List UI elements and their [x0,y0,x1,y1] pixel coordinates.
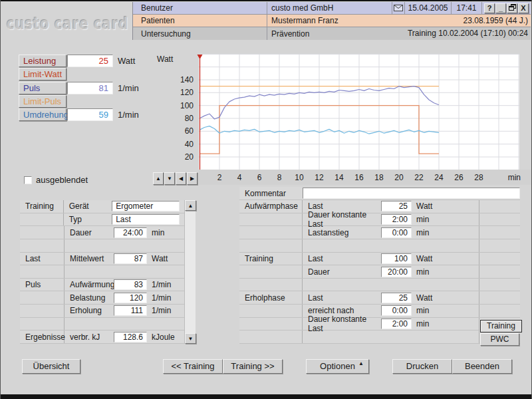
table-value-field[interactable]: Last [112,214,180,225]
restore-icon [509,4,516,11]
table-extra-cell [479,200,520,213]
table-unit-cell: Watt [412,254,479,263]
y-tick-label: 140 [180,75,194,84]
mail-cell[interactable] [392,2,404,14]
vitals-panel: Leistung25WattLimit-WattPuls811/minLimit… [19,55,152,174]
x-tick-label: 14 [334,173,344,182]
previous-training-button[interactable]: << Training [163,359,223,374]
table-row: Dauer20:00min [239,265,520,279]
x-tick-label: 6 [257,173,262,182]
table-value-field[interactable]: 87 [114,253,147,264]
table-group-cell [239,226,303,239]
y-tick-label: 40 [185,140,194,149]
chart-scroll-down-button[interactable]: ▼ [164,172,175,185]
scrollbar-down-button[interactable]: ▼ [185,333,196,344]
table-value-field[interactable]: 25 [381,293,412,303]
x-tick-label: 16 [354,173,364,182]
x-tick-label: 28 [474,173,483,182]
table-row [20,239,184,253]
table-unit-cell: kJoule [147,332,184,342]
x-tick-label: 18 [374,173,384,182]
quit-button[interactable]: Beenden [452,359,512,374]
table-unit-cell: min [412,306,479,315]
tab-pwc[interactable]: PWC [480,333,519,346]
table-value-field[interactable]: 120 [114,293,147,303]
table-scrollbar[interactable]: ▲ ▼ [184,200,196,344]
table-group-cell: Erholphase [239,291,303,304]
x-tick-label: 10 [295,173,304,182]
vital-button-4[interactable]: Limit-Puls [19,95,66,108]
table-row: TrainingGerätErgometer [20,200,184,213]
options-button[interactable]: Optionen ▲ [306,359,369,374]
table-row: Lastanstieg0:00min [239,226,520,239]
scrollbar-up-button[interactable]: ▲ [185,200,196,211]
table-extra-cell [479,213,520,226]
table-row: Dauer konstante Last2:00min [239,213,520,227]
table-unit-cell: 1/min [147,280,184,289]
chart-scroll-up-button[interactable]: ▲ [153,172,164,185]
window-border-left [0,0,1,399]
header-row-user: Benutzer custo med GmbH 15.04.2005 17:41… [133,2,531,15]
x-tick-label: 12 [315,173,324,182]
table-value-field[interactable]: 0:00 [381,227,412,238]
restore-button[interactable] [507,3,517,13]
help-button[interactable]: ? [484,3,495,13]
header-row-exam: Untersuchung Prävention Training 10.02.2… [133,27,531,40]
table-value-field[interactable]: 128.6 [114,332,147,342]
vital-row: Limit-Puls [19,95,152,108]
table-group-cell [20,291,65,304]
table-label-cell: Dauer konstante Last [303,315,381,333]
next-training-button[interactable]: Training >> [223,359,283,374]
table-label-cell: Aufwärmung [65,280,114,289]
comment-row: Kommentar [239,187,520,200]
table-value-field[interactable]: 0:00 [381,305,412,316]
table-row [20,318,184,331]
table-group-cell [239,279,303,291]
table-unit-cell: min [147,228,184,237]
minimize-button[interactable]: _ [495,3,506,13]
table-value-field[interactable]: Ergometer [112,201,180,211]
table-value-field[interactable]: 2:00 [381,214,412,225]
chart-scroll-left-button[interactable]: ◀ [176,172,186,185]
training-chart[interactable]: 246810121416182022242628min2040608010012… [153,52,532,185]
print-button[interactable]: Drucken [392,359,452,374]
table-row: Dauer24:00min [20,226,184,239]
vital-button-3[interactable]: Puls [19,82,66,94]
table-value-field[interactable]: 100 [381,253,412,264]
exam-datetime: Training 10.02.2004 (17:10) 00:24 [408,27,528,39]
table-row [239,279,520,292]
vital-value-field[interactable]: 59 [67,108,113,121]
close-button[interactable]: X [518,3,529,13]
table-value-field[interactable]: 24:00 [114,227,147,238]
table-value-field[interactable]: 111 [114,305,147,316]
table-label-cell: Dauer konstante Last [303,210,381,229]
chart-scroll-right-button[interactable]: ▶ [187,172,198,185]
table-value-field[interactable]: 25 [381,201,412,211]
table-value-field[interactable]: 20:00 [381,267,412,277]
table-value-field[interactable]: 2:00 [381,319,412,329]
table-group-cell [20,265,65,278]
hidden-checkbox[interactable] [24,176,32,184]
table-label-cell: Last [303,293,381,303]
y-tick-label: 120 [180,88,194,97]
table-group-cell: Training [20,200,64,213]
x-tick-label: 22 [414,173,424,182]
window-buttons: ? _ X [481,2,531,14]
patient-row-label: Patienten [133,16,267,25]
vital-button-5[interactable]: Umdrehung [19,108,66,121]
overview-button[interactable]: Übersicht [22,359,80,374]
tab-training[interactable]: Training [480,320,522,332]
vital-button-2[interactable]: Limit-Watt [19,68,66,80]
table-value-field[interactable]: 83 [114,279,147,290]
vital-button-1[interactable]: Leistung [19,55,66,67]
vital-value-field[interactable]: 25 [67,55,113,67]
header-date: 15.04.2005 [404,2,451,14]
comment-field[interactable] [303,188,520,199]
vital-value-field[interactable]: 81 [67,82,113,94]
table-row: LastMittelwert87Watt [20,253,184,266]
table-unit-cell: Watt [412,293,479,303]
table-group-cell: Aufwärmphase [239,200,303,213]
x-tick-label: 2 [217,173,222,182]
vital-unit-label: 1/min [118,82,139,94]
table-extra-cell [479,265,520,278]
